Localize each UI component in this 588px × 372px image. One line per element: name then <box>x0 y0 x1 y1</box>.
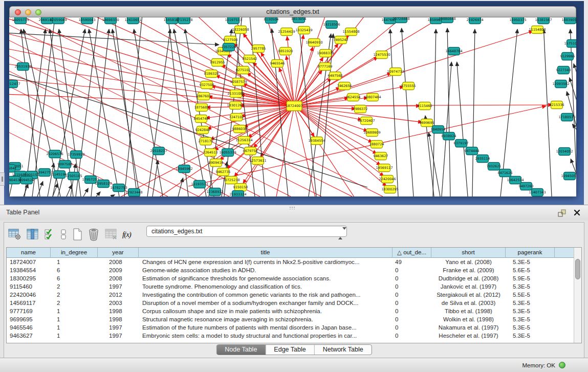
column-header-title[interactable]: title <box>139 248 393 258</box>
graph-node-label: 13942757 <box>36 170 53 174</box>
graph-edge[interactable] <box>50 17 294 106</box>
graph-edge[interactable] <box>112 29 140 196</box>
graph-edge[interactable] <box>294 106 357 196</box>
float-panel-icon[interactable] <box>557 209 567 217</box>
panel-resize-grip[interactable] <box>289 206 295 209</box>
network-canvas[interactable]: 1872400718226058912750816543812891295581… <box>9 17 576 196</box>
column-header-in_degree[interactable]: in_degree <box>51 248 98 258</box>
graph-node-label: 9465546 <box>270 61 285 65</box>
delete-column-trash-icon[interactable] <box>88 227 100 242</box>
graph-edge[interactable] <box>402 28 413 196</box>
table-cell: 1998 <box>98 315 139 323</box>
graph-edge[interactable] <box>76 17 99 196</box>
graph-node-label: 18226058 <box>232 28 249 32</box>
table-settings-icon[interactable] <box>8 227 21 242</box>
table-row[interactable]: 1830029562008Estimation of significance … <box>7 274 581 282</box>
graph-node-label: 7264513 <box>203 150 218 155</box>
graph-edge[interactable] <box>390 29 398 196</box>
graph-edge[interactable] <box>9 84 229 196</box>
checkbox-list-icon[interactable] <box>60 227 67 242</box>
column-header-short[interactable]: short <box>431 248 506 258</box>
graph-node-label: 10807484 <box>364 95 381 99</box>
table-row[interactable]: 2242004622012Investigating the contribut… <box>7 291 581 299</box>
table-selector-value: citations_edges.txt <box>151 228 202 235</box>
table-scrollbar[interactable] <box>574 248 581 343</box>
graph-edge[interactable] <box>294 106 316 196</box>
graph-node-label: 18640910 <box>306 40 322 45</box>
graph-node-label: 8454749 <box>194 117 209 121</box>
table-row[interactable]: 1938455462009Genome-wide association stu… <box>7 266 581 274</box>
graph-node-label: 12368913 <box>206 190 223 194</box>
network-graph[interactable]: 1872400718226058912750816543812891295581… <box>9 17 576 196</box>
graph-node-label: 16055379 <box>219 150 236 155</box>
graph-node-label: 9242848 <box>195 128 210 132</box>
select-rows-icon[interactable] <box>44 227 55 242</box>
graph-node-label: 21331082 <box>227 92 244 96</box>
minimize-traffic-light-icon[interactable] <box>25 9 31 15</box>
table-cell: 0 <box>393 307 431 315</box>
tab-node-table[interactable]: Node Table <box>216 345 265 355</box>
left-drawer-handle[interactable] <box>0 172 5 186</box>
graph-node-label: 21254419 <box>278 30 295 34</box>
close-panel-icon[interactable] <box>573 209 581 216</box>
table-row[interactable]: 911546021997Tourette syndrome. Phenomeno… <box>7 282 581 291</box>
table-row[interactable]: 1872400712008Changes of HCN gene express… <box>7 258 581 266</box>
graph-edge[interactable] <box>275 106 294 196</box>
graph-node-label: 11256314 <box>235 138 252 142</box>
graph-node-label: 17957253 <box>82 178 99 182</box>
graph-edge[interactable] <box>9 33 219 45</box>
graph-edge[interactable] <box>96 192 100 196</box>
graph-node-label: 12034052 <box>556 149 573 154</box>
graph-node-label: 7357224 <box>222 45 236 49</box>
table-cell: 9777169 <box>7 307 51 315</box>
table-row[interactable]: 946362711997Embryonic stem cells: a mode… <box>7 332 581 340</box>
graph-node-label: 8130504 <box>264 17 279 21</box>
table-row[interactable]: 977716911998Corpus callosum shape and si… <box>7 307 581 315</box>
delete-table-icon-disabled[interactable] <box>104 227 118 242</box>
graph-edge[interactable] <box>253 106 294 148</box>
graph-edge[interactable] <box>89 29 119 196</box>
column-header-pagerank[interactable]: pagerank <box>506 248 555 258</box>
graph-node-label: 11554808 <box>342 30 359 34</box>
create-column-icon[interactable] <box>72 227 83 242</box>
graph-edge[interactable] <box>472 29 475 196</box>
table-row[interactable]: 969969511998Structural magnetic resonanc… <box>7 315 581 323</box>
table-panel-title: Table Panel <box>6 209 39 216</box>
table-selector-dropdown[interactable]: citations_edges.txt <box>146 226 347 237</box>
graph-edge[interactable] <box>83 188 88 196</box>
close-traffic-light-icon[interactable] <box>15 9 21 15</box>
table-cell: 5.6E-5 <box>506 266 555 274</box>
graph-node-label: 18300295 <box>381 187 398 191</box>
table-cell: 14569117 <box>7 299 51 307</box>
graph-edge[interactable] <box>287 36 294 106</box>
table-cell: 2009 <box>98 266 139 274</box>
graph-node-label: 7986372 <box>353 107 368 111</box>
graph-edge[interactable] <box>235 29 255 196</box>
tab-edge-table[interactable]: Edge Table <box>265 345 314 355</box>
scrollbar-thumb[interactable] <box>575 259 580 279</box>
table-cell: 1 <box>51 332 98 340</box>
function-builder-icon[interactable]: f(x) <box>122 227 131 242</box>
graph-edge[interactable] <box>112 194 115 196</box>
table-row[interactable]: 1456911722003Disruption of a novel membe… <box>7 299 581 307</box>
column-header-out_de[interactable]: △ out_de... <box>393 248 431 258</box>
column-header-year[interactable]: year <box>98 248 139 258</box>
graph-edge[interactable] <box>53 183 58 196</box>
column-header-name[interactable]: name <box>7 248 51 258</box>
show-columns-icon[interactable] <box>26 227 39 242</box>
graph-edge[interactable] <box>206 106 294 118</box>
graph-edge[interactable] <box>457 62 468 196</box>
graph-edge[interactable] <box>178 178 183 196</box>
network-window-titlebar[interactable]: citations_edges.txt <box>9 6 576 17</box>
table-cell: 2008 <box>98 258 139 266</box>
zoom-traffic-light-icon[interactable] <box>35 9 41 15</box>
table-cell: Wolkin et al. (1998) <box>431 315 506 323</box>
graph-node-label: 9777169 <box>318 64 333 69</box>
table-row[interactable]: 946554611997Estimation of the future num… <box>7 323 581 332</box>
network-window[interactable]: citations_edges.txt 18724007182260589127… <box>9 6 576 196</box>
graph-edge[interactable] <box>206 106 294 107</box>
tab-network-table[interactable]: Network Table <box>314 345 372 355</box>
table-cell: Estimation of significance thresholds fo… <box>139 274 393 282</box>
graph-edge[interactable] <box>543 29 552 196</box>
graph-edge[interactable] <box>48 163 54 196</box>
